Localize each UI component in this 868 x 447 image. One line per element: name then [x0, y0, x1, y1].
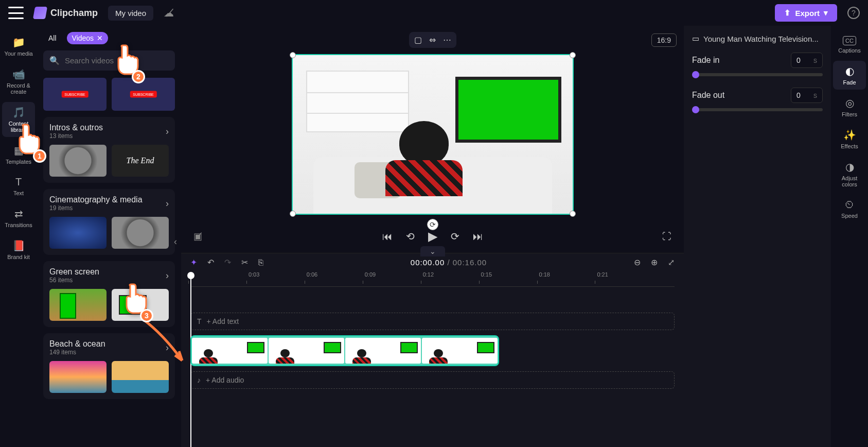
- zoom-fit-icon[interactable]: ⤢: [668, 257, 675, 267]
- rail-captions[interactable]: CCCaptions: [833, 32, 866, 58]
- project-name[interactable]: My video: [108, 6, 153, 21]
- templates-icon: ▦: [14, 144, 24, 157]
- video-thumb[interactable]: [49, 289, 107, 321]
- cloud-off-icon[interactable]: ☁̸: [164, 7, 174, 19]
- video-clip[interactable]: [190, 335, 499, 366]
- rail-content-library[interactable]: 🎵Content library: [2, 102, 35, 137]
- camera-icon: 📹: [12, 68, 25, 80]
- filter-tabs: All Videos ✕: [43, 32, 175, 44]
- close-icon[interactable]: ✕: [97, 34, 103, 42]
- chevron-right-icon[interactable]: ›: [166, 270, 169, 281]
- rewind-icon[interactable]: ⟲: [406, 230, 415, 243]
- rail-fade[interactable]: ◐Fade: [833, 61, 866, 90]
- right-rail: CCCaptions ◐Fade ◎Filters ✨Effects ◑Adju…: [831, 26, 868, 447]
- rail-templates[interactable]: ▦Templates: [2, 140, 35, 169]
- category-cinematography[interactable]: Cinematography & media19 items›: [43, 189, 175, 255]
- next-icon[interactable]: ⏭: [473, 231, 483, 243]
- greenscreen-off-icon[interactable]: ▣̸: [193, 231, 202, 242]
- chevron-down-icon: ▾: [824, 8, 828, 18]
- app-name: Clipchamp: [50, 8, 98, 19]
- category-intros-outros[interactable]: Intros & outros13 items› The End: [43, 117, 175, 183]
- chevron-right-icon[interactable]: ›: [166, 342, 169, 353]
- video-thumb[interactable]: [49, 361, 107, 393]
- fullscreen-icon[interactable]: ⛶: [662, 231, 671, 242]
- captions-icon: CC: [843, 36, 856, 45]
- rail-effects[interactable]: ✨Effects: [833, 125, 866, 153]
- video-thumb[interactable]: [112, 217, 169, 249]
- timeline: ⌄ ✦ ↶ ↷ ✂ ⎘ 00:00.00 / 00:16.00 ⊖ ⊕ ⤢ 0 …: [181, 253, 684, 447]
- resize-handle[interactable]: [570, 211, 576, 217]
- fade-in-input[interactable]: 0s: [791, 53, 823, 68]
- clip-icon: ▭: [692, 34, 699, 43]
- chevron-right-icon[interactable]: ›: [166, 126, 169, 137]
- redo-icon[interactable]: ↷: [224, 257, 231, 267]
- rail-speed[interactable]: ⏲Speed: [833, 195, 866, 223]
- zoom-out-icon[interactable]: ⊖: [634, 257, 641, 267]
- undo-icon[interactable]: ↶: [207, 257, 214, 267]
- filter-all[interactable]: All: [43, 32, 62, 44]
- aspect-ratio[interactable]: 16:9: [651, 33, 677, 47]
- video-thumb[interactable]: The End: [112, 145, 169, 177]
- timeline-ruler[interactable]: 0 0:03 0:06 0:09 0:12 0:15 0:18 0:21: [190, 271, 675, 287]
- rail-text[interactable]: TText: [2, 172, 35, 200]
- brandkit-icon: 📕: [12, 239, 25, 252]
- collapse-left-button[interactable]: ‹: [174, 236, 177, 247]
- chevron-right-icon[interactable]: ›: [166, 198, 169, 209]
- rail-transitions[interactable]: ⇄Transitions: [2, 203, 35, 232]
- scissors-icon[interactable]: ✂: [241, 257, 248, 267]
- fit-icon[interactable]: ⇔: [429, 35, 436, 45]
- search-input[interactable]: [65, 56, 169, 65]
- video-thumb[interactable]: [112, 78, 175, 111]
- zoom-in-icon[interactable]: ⊕: [651, 257, 658, 267]
- rail-brand-kit[interactable]: 📕Brand kit: [2, 235, 35, 264]
- search-box[interactable]: 🔍: [43, 50, 175, 71]
- crop-icon[interactable]: ▢: [414, 35, 422, 45]
- fade-out-input[interactable]: 0s: [791, 88, 823, 103]
- content-library-panel: All Videos ✕ 🔍 Intros & outros13 items› …: [37, 26, 181, 447]
- text-track[interactable]: T+ Add text: [190, 313, 675, 330]
- text-icon: T: [197, 317, 202, 325]
- forward-icon[interactable]: ⟳: [451, 230, 459, 243]
- resize-handle[interactable]: [290, 52, 296, 58]
- filters-icon: ◎: [845, 97, 854, 109]
- fade-in-slider[interactable]: [692, 73, 823, 76]
- play-button[interactable]: ▶: [428, 229, 437, 244]
- resize-handle[interactable]: [290, 211, 296, 217]
- help-button[interactable]: ?: [847, 7, 860, 19]
- topbar: Clipchamp My video ☁̸ ⬆ Export ▾ ?: [0, 0, 868, 26]
- fade-icon: ◐: [845, 65, 854, 77]
- timeline-expand[interactable]: ⌄: [420, 246, 445, 256]
- folder-icon: 📁: [12, 36, 25, 48]
- prev-icon[interactable]: ⏮: [382, 231, 393, 243]
- resize-handle[interactable]: [570, 52, 576, 58]
- adjust-icon: ◑: [845, 161, 854, 173]
- preview-canvas[interactable]: ⟳: [292, 54, 574, 215]
- left-rail: 📁Your media 📹Record & create 🎵Content li…: [0, 26, 37, 447]
- timeline-time: 00:00.00 / 00:16.00: [274, 258, 624, 267]
- video-thumb[interactable]: [49, 145, 107, 177]
- rail-your-media[interactable]: 📁Your media: [2, 32, 35, 61]
- copy-icon[interactable]: ⎘: [258, 258, 263, 267]
- category-beach-ocean[interactable]: Beach & ocean149 items›: [43, 333, 175, 399]
- rail-filters[interactable]: ◎Filters: [833, 93, 866, 122]
- speed-icon: ⏲: [844, 199, 855, 211]
- more-icon[interactable]: ⋯: [443, 35, 451, 45]
- fade-out-slider[interactable]: [692, 108, 823, 111]
- video-track[interactable]: [190, 335, 675, 366]
- rail-adjust-colors[interactable]: ◑Adjust colors: [833, 157, 866, 192]
- export-button[interactable]: ⬆ Export ▾: [775, 4, 837, 22]
- music-icon: ♪: [197, 376, 201, 384]
- video-thumb[interactable]: [43, 78, 107, 111]
- rail-record-create[interactable]: 📹Record & create: [2, 64, 35, 99]
- magic-icon[interactable]: ✦: [190, 257, 197, 267]
- video-thumb[interactable]: [49, 217, 107, 249]
- audio-track[interactable]: ♪+ Add audio: [190, 371, 675, 389]
- menu-button[interactable]: [8, 7, 24, 19]
- fade-in-label: Fade in: [692, 56, 719, 65]
- properties-panel: ▭ Young Man Watching Television... Fade …: [684, 26, 831, 447]
- app-logo[interactable]: Clipchamp: [34, 7, 98, 19]
- filter-videos[interactable]: Videos ✕: [67, 32, 109, 44]
- category-green-screen[interactable]: Green screen56 items›: [43, 261, 175, 327]
- video-thumb[interactable]: [112, 289, 169, 321]
- video-thumb[interactable]: [112, 361, 169, 393]
